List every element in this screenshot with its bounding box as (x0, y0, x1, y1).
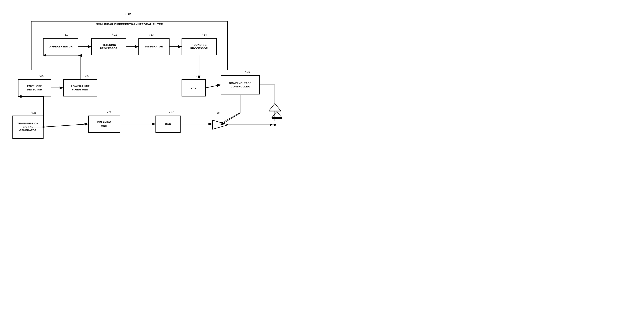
ref-29: 29 (275, 111, 278, 115)
svg-point-49 (274, 124, 276, 126)
ref-26: ↳26 (106, 110, 111, 114)
block-drain-voltage: DRAIN VOLTAGECONTROLLER (221, 75, 260, 94)
svg-line-9 (206, 85, 220, 88)
svg-line-35 (206, 85, 220, 88)
ref-24: ↳24 (194, 74, 198, 77)
svg-marker-51 (269, 103, 281, 111)
ref-10: ↳ 10 (124, 12, 130, 15)
ref-14: ↳14 (202, 33, 207, 36)
ref-12: ↳12 (112, 33, 117, 36)
ref-23: ↳23 (84, 74, 89, 77)
block-differentiator: DIFFERENTIATOR (43, 38, 78, 55)
block-dac-bottom: DAC (156, 116, 180, 133)
svg-line-19 (220, 113, 240, 124)
ndif-title: NONLINEAR DIFFERENTIAL-INTEGRAL FILTER (31, 23, 228, 26)
svg-line-46 (221, 113, 240, 125)
block-envelope-detector: ENVELOPEDETECTOR (18, 79, 51, 96)
ref-25: ↳25 (245, 70, 250, 73)
block-rounding-processor: ROUNDINGPROCESSOR (182, 38, 217, 55)
block-delaying-unit: DELAYINGUNIT (88, 116, 120, 133)
block-dac-top: DAC (182, 79, 206, 96)
diagram-container: ↳ 10 NONLINEAR DIFFERENTIAL-INTEGRAL FIL… (0, 0, 322, 165)
block-filtering-processor: FILTERINGPROCESSOR (91, 38, 126, 55)
block-integrator: INTEGRATOR (138, 38, 170, 55)
svg-line-40 (44, 124, 88, 127)
block-lower-limit: LOWER-LIMITFIXING UNIT (63, 79, 97, 96)
svg-marker-43 (213, 120, 228, 129)
ref-22: ↳22 (39, 74, 44, 77)
ref-27: ↳27 (168, 110, 174, 114)
ref-21: ↳21 (31, 111, 36, 114)
ref-28: 28 (217, 111, 220, 114)
block-transmission-signal: TRANSMISSIONSIGNALGENERATOR (12, 116, 44, 139)
svg-marker-16 (212, 121, 227, 129)
ref-13: ↳13 (148, 33, 154, 36)
ref-11: ↳11 (62, 33, 68, 36)
